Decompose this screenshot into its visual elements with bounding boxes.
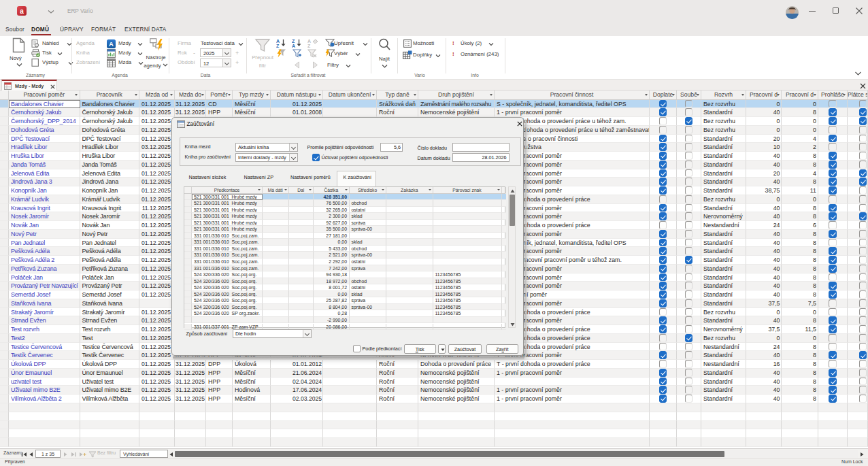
svg-text:A: A	[109, 40, 114, 48]
svg-text:Z: Z	[307, 44, 311, 48]
svg-text:A: A	[276, 39, 280, 44]
svg-text:A: A	[307, 39, 311, 44]
svg-text:A: A	[292, 44, 295, 48]
svg-text:a: a	[20, 7, 24, 15]
svg-text:Z: Z	[292, 39, 295, 44]
svg-text:Z: Z	[276, 44, 280, 48]
